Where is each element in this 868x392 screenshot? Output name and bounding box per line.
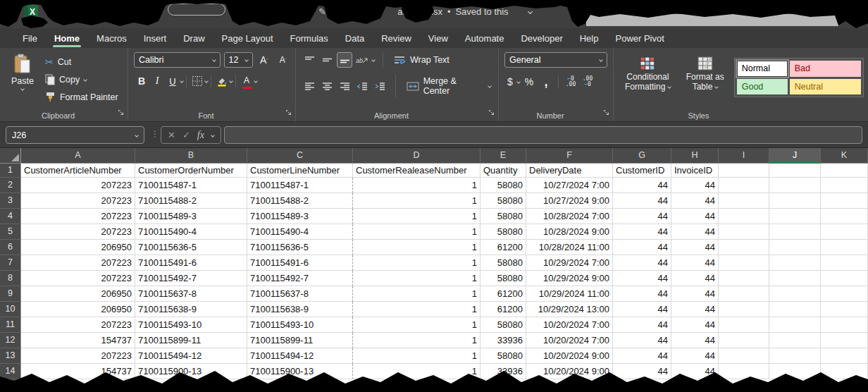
cell-B6[interactable]: 7100115636-5 — [135, 240, 247, 255]
cell-F14[interactable]: 10/20/2024 9:00 — [526, 364, 613, 379]
cell-E10[interactable]: 61200 — [480, 302, 526, 317]
tab-insert[interactable]: Insert — [135, 30, 175, 47]
cell-E7[interactable]: 58080 — [480, 255, 526, 271]
row-header-5[interactable]: 5 — [0, 224, 21, 240]
cell-B8[interactable]: 7100115492-7 — [135, 271, 247, 286]
comma-style-button[interactable]: , — [538, 74, 554, 90]
increase-indent-button[interactable] — [372, 78, 388, 94]
cell-A10[interactable]: 206950 — [21, 302, 135, 317]
conditional-formatting-button[interactable]: ConditionalFormatting — [619, 52, 676, 107]
cell-G9[interactable]: 44 — [613, 286, 671, 302]
cell-E13[interactable]: 58080 — [480, 348, 526, 364]
cell-style-bad[interactable]: Bad — [790, 61, 861, 77]
column-header-I[interactable]: I — [719, 148, 769, 164]
tab-macros[interactable]: Macros — [88, 30, 135, 47]
cell-H7[interactable]: 44 — [671, 255, 719, 271]
row-header-3[interactable]: 3 — [0, 193, 21, 209]
cell-J13[interactable] — [769, 348, 821, 364]
cell-C10[interactable]: 7100115638-9 — [247, 302, 353, 317]
column-header-F[interactable]: F — [526, 148, 613, 164]
cell-H3[interactable]: 44 — [671, 193, 719, 209]
save-status[interactable]: Saved to this — [455, 6, 508, 17]
font-color-chevron-icon[interactable] — [254, 79, 258, 83]
cell-B3[interactable]: 7100115488-2 — [135, 193, 247, 209]
cell-B5[interactable]: 7100115490-4 — [135, 224, 247, 240]
cell-C7[interactable]: 7100115491-6 — [247, 255, 353, 271]
decrease-decimal-button[interactable]: .00→0 — [580, 74, 595, 90]
cell-H14[interactable]: 44 — [671, 364, 719, 379]
cell-G4[interactable]: 44 — [613, 209, 671, 224]
cell-C4[interactable]: 7100115489-3 — [247, 209, 353, 224]
cell-I13[interactable] — [719, 348, 769, 364]
cell-K4[interactable] — [821, 209, 868, 224]
column-header-C[interactable]: C — [247, 148, 353, 164]
cell-E2[interactable]: 58080 — [480, 178, 526, 193]
font-size-select[interactable]: 12 — [224, 52, 253, 68]
column-header-G[interactable]: G — [613, 148, 671, 164]
row-header-14[interactable]: 14 — [0, 364, 21, 379]
tab-file[interactable]: File — [14, 30, 46, 47]
borders-button[interactable] — [190, 73, 205, 89]
cell-G6[interactable]: 44 — [613, 240, 671, 255]
cell-G5[interactable]: 44 — [613, 224, 671, 240]
cell-E8[interactable]: 58080 — [480, 271, 526, 286]
cell-F3[interactable]: 10/27/2024 9:00 — [526, 193, 613, 209]
cell-F12[interactable]: 10/20/2024 7:00 — [526, 333, 613, 348]
cell-H1[interactable]: InvoiceID — [671, 164, 719, 178]
format-painter-button[interactable]: Format Painter — [42, 90, 121, 104]
row-header-12[interactable]: 12 — [0, 333, 21, 348]
cell-D14[interactable]: 1 — [353, 364, 480, 379]
cell-A11[interactable]: 207223 — [21, 317, 135, 333]
font-dialog-launcher-icon[interactable] — [285, 106, 292, 118]
cell-C12[interactable]: 7100115899-11 — [247, 333, 353, 348]
cell-D5[interactable]: 1 — [353, 224, 480, 240]
underline-button[interactable]: U — [165, 73, 180, 89]
cell-I4[interactable] — [719, 209, 769, 224]
cell-B14[interactable]: 7100115900-13 — [135, 364, 247, 379]
wrap-text-button[interactable]: Wrap Text — [391, 54, 452, 66]
cell-H5[interactable]: 44 — [671, 224, 719, 240]
cell-F6[interactable]: 10/28/2024 11:00 — [526, 240, 613, 255]
cell-F11[interactable]: 10/20/2024 7:00 — [526, 317, 613, 333]
cell-I10[interactable] — [719, 302, 769, 317]
cell-D1[interactable]: CustomerRealeaseNumber — [353, 164, 480, 178]
underline-chevron-icon[interactable] — [180, 79, 184, 83]
column-header-B[interactable]: B — [135, 148, 247, 164]
cell-K6[interactable] — [821, 240, 868, 255]
cell-D4[interactable]: 1 — [353, 209, 480, 224]
cell-C3[interactable]: 7100115488-2 — [247, 193, 353, 209]
cell-F4[interactable]: 10/28/2024 7:00 — [526, 209, 613, 224]
row-header-9[interactable]: 9 — [0, 286, 21, 302]
cell-K14[interactable] — [821, 364, 868, 379]
cell-J11[interactable] — [769, 317, 821, 333]
cell-A1[interactable]: CustomerArticleNumber — [21, 164, 135, 178]
search-box[interactable] — [586, 14, 838, 26]
row-header-2[interactable]: 2 — [0, 178, 21, 193]
accounting-format-button[interactable]: $ — [504, 74, 516, 90]
cell-C14[interactable]: 7100115900-13 — [247, 364, 353, 379]
cell-I8[interactable] — [719, 271, 769, 286]
row-header-4[interactable]: 4 — [0, 209, 21, 224]
align-left-button[interactable] — [302, 78, 317, 94]
cell-K12[interactable] — [821, 333, 868, 348]
cell-A3[interactable]: 207223 — [21, 193, 135, 209]
column-header-K[interactable]: K — [821, 148, 868, 164]
cell-F2[interactable]: 10/27/2024 7:00 — [526, 178, 613, 193]
tab-draw[interactable]: Draw — [175, 30, 213, 47]
cell-H12[interactable]: 44 — [671, 333, 719, 348]
cell-K7[interactable] — [821, 255, 868, 271]
tab-developer[interactable]: Developer — [512, 30, 571, 47]
increase-decimal-button[interactable]: ←0.00 — [563, 74, 578, 90]
cell-C13[interactable]: 7100115494-12 — [247, 348, 353, 364]
number-dialog-launcher-icon[interactable] — [603, 106, 609, 118]
row-header-6[interactable]: 6 — [0, 240, 21, 255]
cell-E14[interactable]: 33936 — [480, 364, 526, 379]
increase-font-size-button[interactable]: Aˆ — [256, 52, 272, 68]
cell-B7[interactable]: 7100115491-6 — [135, 255, 247, 271]
cell-D10[interactable]: 1 — [353, 302, 480, 317]
cell-D9[interactable]: 1 — [353, 286, 480, 302]
cell-F8[interactable]: 10/29/2024 9:00 — [526, 271, 613, 286]
cell-F13[interactable]: 10/20/2024 9:00 — [526, 348, 613, 364]
cell-I7[interactable] — [719, 255, 769, 271]
top-align-button[interactable] — [302, 52, 317, 68]
